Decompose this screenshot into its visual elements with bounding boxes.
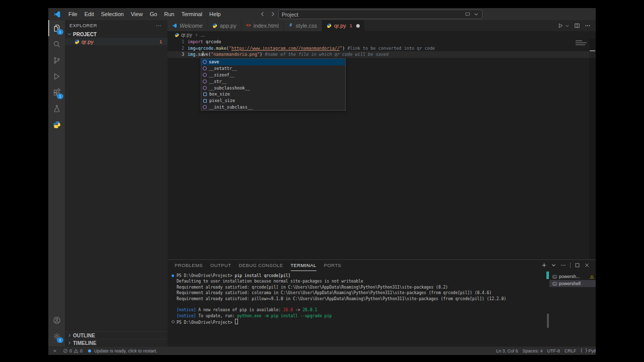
command-decoration-icon[interactable] [172,320,175,323]
file-item-qr.py[interactable]: qr.py1 [65,38,168,45]
terminal-cursor [235,319,238,324]
terminal-launch-dropdown[interactable] [551,262,556,268]
problems-status[interactable]: 0 0 [63,348,83,353]
panel-more-actions-button[interactable] [560,262,566,268]
terminal-icon [552,275,557,279]
run-python-file-button[interactable] [557,23,564,29]
chevron-down-icon[interactable] [473,12,479,17]
update-notification[interactable]: Update is ready, click to restart. [88,348,157,353]
command-decoration-icon[interactable] [172,275,174,277]
explorer-more-actions-icon[interactable] [155,23,162,29]
terminal-instance-powershell[interactable]: powershell [549,280,596,287]
terminal-line: Requirement already satisfied: qrcode[pi… [172,285,546,290]
activity-item-source-control[interactable] [48,52,65,68]
line-number: 2 [168,45,184,52]
activity-item-accounts[interactable] [48,312,65,328]
method-icon [203,66,207,70]
suggest-item-subclasshook[interactable]: __subclasshook__ [201,84,345,91]
terminal-output[interactable]: PS D:\OneDrive\Project> pip install qrco… [168,270,546,346]
section-label: OUTLINE [73,333,95,338]
status-language-mode[interactable]: { }Python [581,348,596,353]
back-icon[interactable] [260,11,266,17]
code-line-1: 1import qrcode [168,39,596,45]
project-folder-row[interactable]: PROJECT [65,31,168,38]
suggest-widget: save__setattr____sizeof____str____subcla… [201,58,346,111]
terminal-line [172,302,546,307]
tab-qr-py[interactable]: qr.py1 [322,20,365,31]
debug-icon [53,72,61,80]
editor-scrollbar[interactable] [589,39,596,259]
panel-tab-terminal[interactable]: TERMINAL [291,260,316,271]
status-encoding[interactable]: UTF-8 [547,348,560,353]
panel-tab-problems[interactable]: PROBLEMS [175,260,203,271]
python-icon [212,23,217,28]
command-center-search[interactable]: Project [278,10,482,19]
status-eol[interactable]: CRLF [565,348,577,353]
menu-view[interactable]: View [127,8,146,20]
suggest-item-sizeof[interactable]: __sizeof__ [201,72,345,78]
editor-more-actions-button[interactable] [585,23,591,29]
menu-file[interactable]: File [65,8,81,20]
panel-tab-ports[interactable]: PORTS [324,260,342,271]
activity-item-python-extension[interactable] [48,117,65,133]
terminal-instance-powersh[interactable]: powersh... [549,273,596,280]
sidebar-section-timeline[interactable]: TIMELINE [65,339,168,346]
suggest-item-setattr[interactable]: __setattr__ [201,65,345,72]
dirty-indicator-icon[interactable] [356,24,360,28]
suggest-item-str[interactable]: __str__ [201,78,345,84]
tab-style-css[interactable]: #style.css [284,20,322,31]
tab-index-html[interactable]: <>index.html [242,20,284,31]
activity-item-explorer[interactable]: 1 [48,20,65,36]
line-number: 1 [168,39,184,45]
suggest-label: box_size [209,92,230,97]
menu-selection[interactable]: Selection [98,8,127,20]
new-terminal-button[interactable] [541,262,547,268]
suggest-item-initsubclass[interactable]: __init_subclass__ [201,104,345,111]
sidebar-title: EXPLORER [69,23,97,28]
close-panel-button[interactable] [584,262,590,268]
section-label: TIMELINE [73,340,97,346]
menu-help[interactable]: Help [206,8,224,20]
activity-item-testing[interactable] [48,101,65,117]
activity-item-settings[interactable]: 1 [48,328,65,344]
menu-bar: FileEditSelectionViewGoRunTerminalHelp [65,8,224,20]
terminal-scrollbar[interactable] [546,270,549,346]
suggest-label: save [209,59,219,64]
run-dropdown-button[interactable] [565,24,570,28]
problem-badge: 1 [159,39,168,44]
activity-item-run-and-debug[interactable] [48,68,65,84]
panel-tab-debug-console[interactable]: DEBUG CONSOLE [238,260,283,271]
status-cursor-position[interactable]: Ln 3, Col 6 [496,348,518,353]
forward-icon[interactable] [270,11,276,17]
menu-edit[interactable]: Edit [81,8,98,20]
panel-tab-output[interactable]: OUTPUT [210,260,231,271]
activity-item-search[interactable] [48,36,65,52]
status-label: CRLF [565,348,577,353]
menu-terminal[interactable]: Terminal [178,8,206,20]
suggest-item-save[interactable]: save [201,59,345,65]
activity-item-extensions[interactable]: 1 [48,84,65,101]
code-editor[interactable]: 1import qrcode2img=qrcode.make("https://… [168,39,596,259]
suggest-item-pixelsize[interactable]: pixel_size [201,98,345,104]
terminal-line: PS D:\OneDrive\Project> pip install qrco… [172,273,546,279]
tab-app-py[interactable]: app.py [208,20,242,31]
tab-label: qr.py [334,23,346,29]
search-icon [53,40,61,48]
field-icon [203,99,207,103]
tab-welcome[interactable]: Welcome [168,20,208,31]
breadcrumb[interactable]: qr.py ... [168,31,596,39]
suggest-label: __init_subclass__ [209,105,253,110]
menu-run[interactable]: Run [160,8,178,20]
menu-go[interactable]: Go [146,8,161,20]
maximize-panel-button[interactable] [575,262,580,268]
suggest-item-boxsize[interactable]: box_size [201,91,345,98]
split-editor-button[interactable] [574,23,580,29]
status-indentation[interactable]: Spaces: 4 [523,348,543,353]
suggest-label: __subclasshook__ [209,85,250,90]
sidebar-section-outline[interactable]: OUTLINE [65,331,168,339]
minimap[interactable] [576,40,589,46]
method-icon [203,105,207,109]
chat-icon[interactable] [465,12,470,17]
chevron-down-icon [67,32,72,37]
remote-indicator[interactable] [52,348,57,353]
